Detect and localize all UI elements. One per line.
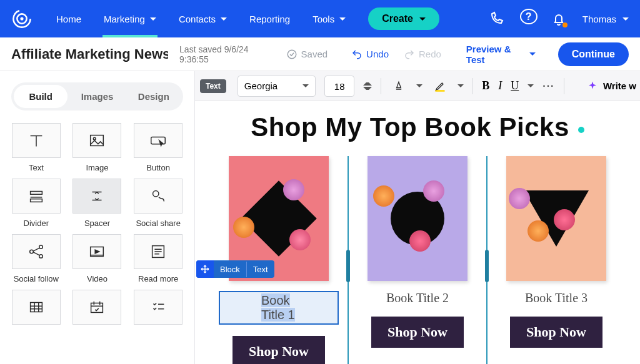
nav-tools[interactable]: Tools [302,0,356,37]
block-label[interactable]: Block [214,262,247,277]
image-icon [88,131,106,150]
checklist-icon [149,298,168,317]
spacer-icon [88,187,106,205]
divider [564,78,564,94]
chevron-down-icon [419,17,426,21]
font-family-select[interactable]: Georgia [238,76,316,97]
book-cover-2[interactable] [368,156,468,281]
last-saved-text: Last saved 9/6/24 9:36:55 [179,44,269,64]
text-label[interactable]: Text [247,262,274,277]
highlight-button[interactable] [431,77,449,95]
svg-rect-4 [91,135,104,146]
chevron-down-icon [339,17,346,21]
nav-home[interactable]: Home [46,0,91,37]
divider [381,78,381,94]
book-column-3: Book Title 3 Shop Now [488,156,625,364]
divider [472,78,473,94]
move-handle-icon[interactable] [196,260,214,278]
undo-icon [351,49,362,60]
book-title-2[interactable]: Book Title 2 [386,291,449,305]
create-button[interactable]: Create [368,7,439,30]
notifications-icon[interactable] [551,11,566,26]
undo-button[interactable]: Undo [351,49,389,60]
tab-images[interactable]: Images [70,85,124,108]
svg-point-5 [94,137,96,140]
block-checklist[interactable] [131,290,186,330]
tab-design[interactable]: Design [127,85,181,108]
block-table[interactable] [9,290,64,330]
social-share-icon [149,187,168,205]
button-icon [149,131,168,150]
block-read-more[interactable]: Read more [131,234,186,283]
block-calendar[interactable] [70,290,125,330]
redo-icon [404,49,415,60]
user-menu[interactable]: Thomas [582,14,629,24]
block-button[interactable]: Button [131,123,186,172]
bold-button[interactable]: B [482,79,489,92]
block-social-share[interactable]: Social share [131,179,186,228]
sparkle-icon [587,81,598,92]
book-title-1[interactable]: Book Title 1 [219,291,339,325]
chevron-down-icon[interactable] [528,84,534,87]
block-image[interactable]: Image [70,123,125,172]
block-selection-tag[interactable]: Block Text [196,260,274,278]
book-column-1: Block Text Book Title 1 Shop Now [210,156,348,364]
chevron-down-icon[interactable] [458,84,464,87]
help-icon[interactable]: ? [520,11,535,26]
tab-build[interactable]: Build [14,85,68,108]
text-toolbar: Text Georgia 18 B I U ··· Write w [195,71,640,101]
text-icon [27,131,46,150]
continue-button[interactable]: Continue [558,42,629,66]
block-divider[interactable]: Divider [9,179,64,228]
document-title[interactable]: Affiliate Marketing Newslett [11,46,168,62]
book-columns: Block Text Book Title 1 Shop Now [210,156,625,364]
block-video[interactable]: Video [70,234,125,283]
ai-write-button[interactable]: Write w [587,81,640,92]
top-nav: Home Marketing Contacts Reporting Tools … [0,0,640,37]
shop-now-button-2[interactable]: Shop Now [371,317,464,348]
chevron-down-icon [529,52,536,56]
sidebar: Build Images Design Text Image Button Di… [0,71,195,364]
book-title-3[interactable]: Book Title 3 [525,291,588,305]
cursor-indicator [578,127,584,133]
svg-point-10 [30,250,34,253]
svg-rect-7 [30,192,42,195]
app-logo-icon [11,8,32,29]
chevron-up-icon[interactable] [363,79,372,86]
divider-icon [27,187,46,205]
more-button[interactable]: ··· [542,81,554,92]
table-icon [27,298,46,317]
shop-now-button-3[interactable]: Shop Now [510,317,602,348]
font-size-input[interactable]: 18 [324,76,354,97]
email-canvas[interactable]: Shop My Top Book Picks [195,101,640,364]
block-text[interactable]: Text [9,123,64,172]
workspace: Build Images Design Text Image Button Di… [0,71,640,364]
book-cover-3[interactable] [506,156,606,281]
svg-point-9 [153,191,159,197]
svg-rect-16 [91,303,103,312]
social-follow-icon [27,242,46,261]
svg-rect-15 [30,303,42,312]
chevron-down-icon [221,17,227,21]
toolbar-mode-tag: Text [200,79,226,93]
text-color-button[interactable] [390,77,408,95]
block-social-follow[interactable]: Social follow [9,234,64,283]
notification-badge [562,22,568,27]
chevron-down-icon[interactable] [416,84,422,87]
preview-test-button[interactable]: Preview & Test [466,44,536,65]
chevron-down-icon[interactable] [363,87,372,93]
underline-button[interactable]: U [511,79,519,92]
save-status: Saved [286,49,328,60]
font-size-stepper[interactable] [363,79,372,93]
block-spacer[interactable]: Spacer [70,179,125,228]
calendar-icon [88,298,106,317]
shop-now-button-1[interactable]: Shop Now [232,336,325,364]
nav-contacts[interactable]: Contacts [169,0,237,37]
chevron-down-icon [302,84,309,87]
read-more-icon [149,242,168,261]
italic-button[interactable]: I [498,79,502,92]
nav-marketing[interactable]: Marketing [94,0,166,37]
phone-icon[interactable] [489,11,504,26]
headline-text[interactable]: Shop My Top Book Picks [210,112,625,142]
nav-reporting[interactable]: Reporting [239,0,300,37]
